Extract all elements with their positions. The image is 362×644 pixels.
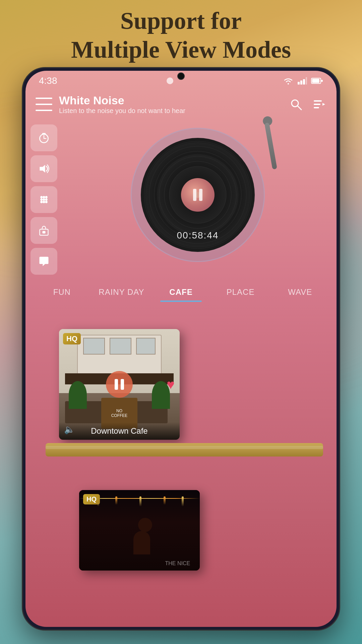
side-toolbar [25,121,62,278]
svg-point-27 [45,201,48,203]
vinyl-pause-overlay [189,186,206,203]
page-title-area: Support for Multiple View Modes [0,0,362,70]
camera-dot [177,72,185,80]
svg-point-22 [40,198,43,201]
app-header: White Noise Listen to the noise you do n… [25,89,337,119]
hq-badge-1: HQ [63,333,81,344]
playlist-button[interactable] [312,97,326,112]
svg-rect-29 [43,231,46,233]
turntable-circle: 00:58:44 [131,128,265,262]
turntable-area: 00:58:44 [59,118,337,272]
vinyl-center-label [181,178,215,212]
svg-rect-12 [314,107,319,108]
svg-rect-7 [321,80,323,82]
header-actions [289,97,326,112]
signal-icon [298,77,307,85]
pause-icon-1 [115,379,124,390]
svg-marker-18 [40,165,45,172]
card-shelf-1: NOCOFFEE HQ 🔈 ♥ Downtown Cafe [59,329,310,457]
tab-rainy-day[interactable]: RAINY DAY [92,282,152,302]
tab-fun[interactable]: FUN [32,282,92,302]
svg-point-21 [45,196,48,198]
phone-frame: 4:38 [22,67,340,631]
svg-point-0 [288,83,289,85]
svg-rect-1 [298,82,300,85]
card-label-1: Downtown Cafe [59,422,180,440]
svg-rect-4 [306,77,307,85]
svg-rect-2 [300,80,302,85]
svg-point-24 [45,198,48,201]
svg-point-19 [40,196,43,198]
chat-button[interactable] [31,248,57,275]
timer-display: 00:58:44 [177,230,219,241]
menu-button[interactable] [36,98,52,111]
search-button[interactable] [289,97,303,112]
category-tabs: FUN RAINY DAY CAFE PLACE WAVE [25,279,337,306]
header-title-area: White Noise Listen to the noise you do n… [52,94,289,115]
app-subtitle: Listen to the noise you do not want to h… [59,107,289,115]
svg-rect-6 [312,79,319,83]
svg-point-20 [43,196,45,198]
svg-rect-17 [42,133,46,135]
shelf-board-1 [46,443,323,457]
page-title: Support for Multiple View Modes [71,6,291,64]
tab-place[interactable]: PLACE [211,282,270,302]
camera-notch [168,71,194,82]
store-button[interactable] [31,217,57,244]
svg-line-9 [297,106,301,110]
card-preview-2[interactable]: THE NICE HQ [79,490,200,571]
status-icons [283,77,323,85]
wifi-icon [283,77,294,85]
svg-marker-13 [322,103,325,106]
tab-cafe[interactable]: CAFE [151,282,211,302]
svg-point-25 [40,201,43,203]
status-time: 4:38 [39,75,57,86]
svg-point-26 [43,201,45,203]
svg-point-23 [43,198,45,201]
like-btn-1[interactable]: ♥ [167,377,175,392]
svg-rect-10 [314,100,322,102]
vinyl-beside-1 [226,336,320,430]
music-card-1[interactable]: NOCOFFEE HQ 🔈 ♥ Downtown Cafe [59,329,180,440]
battery-icon [311,77,323,85]
svg-rect-11 [314,104,320,105]
app-title: White Noise [59,94,289,107]
tonearm-arm [264,122,277,169]
svg-rect-3 [303,79,305,85]
grid-button[interactable] [31,186,57,213]
timer-button[interactable] [31,124,57,151]
content-area: NOCOFFEE HQ 🔈 ♥ Downtown Cafe [25,309,337,627]
volume-button[interactable] [31,155,57,182]
play-pause-btn-1[interactable] [106,371,133,398]
hq-badge-2: HQ [83,494,100,504]
phone-screen: 4:38 [25,71,337,627]
tab-wave[interactable]: WAVE [270,282,330,302]
volume-btn-1[interactable]: 🔈 [64,424,75,435]
